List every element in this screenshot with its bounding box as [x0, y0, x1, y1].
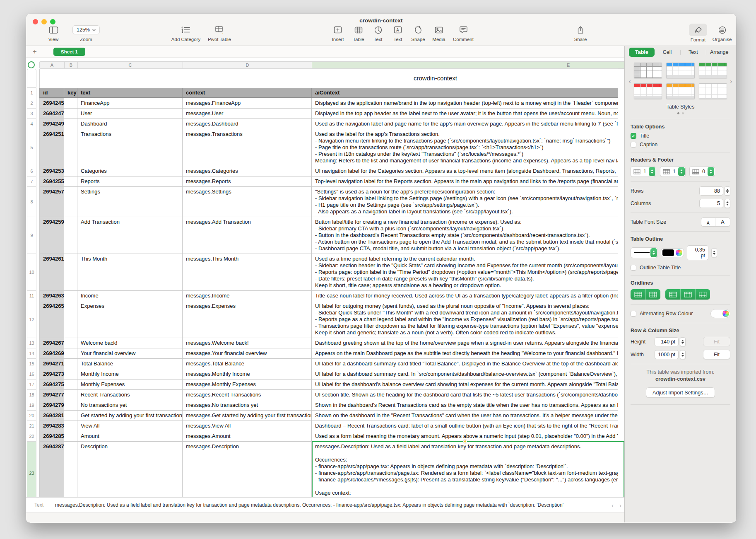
outline-table-title-checkbox[interactable]: [631, 265, 636, 271]
column-header-id[interactable]: id: [39, 88, 64, 98]
cell-context[interactable]: messages.Income: [183, 291, 312, 301]
view-button[interactable]: View: [35, 24, 72, 42]
cell-key[interactable]: [64, 119, 77, 129]
footer-rows-stepper[interactable]: 0: [689, 166, 715, 177]
color-wheel-icon[interactable]: [676, 249, 682, 256]
cell-text[interactable]: Reports: [77, 176, 183, 187]
cell-key[interactable]: [64, 301, 77, 338]
gridline-header-row-button[interactable]: [680, 289, 695, 300]
cell-id[interactable]: 2694283: [39, 421, 64, 431]
cell-id[interactable]: 2694273: [39, 369, 64, 379]
cell-id[interactable]: 2694271: [39, 359, 64, 369]
column-header-text[interactable]: text: [77, 88, 183, 98]
cell-text[interactable]: Recent Transactions: [77, 390, 183, 400]
gridline-header-column-button[interactable]: [665, 289, 680, 300]
cell-context[interactable]: messages.Expenses: [183, 301, 312, 338]
cell-id[interactable]: 2694255: [39, 176, 64, 187]
cell-text[interactable]: Your financial overview: [77, 348, 183, 359]
cell-id[interactable]: 2694265: [39, 301, 64, 338]
cell-text[interactable]: Get started by adding your first transac…: [77, 411, 183, 421]
cell-aicontext[interactable]: Used as a time period label referring to…: [312, 254, 618, 291]
column-header-context[interactable]: context: [183, 88, 312, 98]
cell-aicontext[interactable]: UI section title. Shown as the heading f…: [312, 390, 618, 400]
cell-aicontext[interactable]: Shown on the dashboard in the "Recent Tr…: [312, 411, 618, 421]
cell-text[interactable]: Amount: [77, 431, 183, 442]
cell-context[interactable]: messages.This Month: [183, 254, 312, 291]
cell-text[interactable]: Monthly Expenses: [77, 379, 183, 390]
tab-text[interactable]: Text: [681, 48, 706, 57]
cell-aicontext[interactable]: Used as the navigation label and page na…: [312, 119, 618, 129]
cell-text[interactable]: Dashboard: [77, 119, 183, 129]
cell-text[interactable]: View All: [77, 421, 183, 431]
width-fit-button[interactable]: Fit: [703, 350, 730, 359]
cell-context[interactable]: messages.Monthly Income: [183, 369, 312, 379]
stepper-icon[interactable]: [708, 167, 714, 176]
cell-key[interactable]: [64, 129, 77, 166]
add-category-button[interactable]: Add Category: [167, 24, 205, 42]
cell-key[interactable]: [64, 187, 77, 217]
gridline-horizontal-button[interactable]: [631, 289, 645, 300]
cell-id[interactable]: 2694267: [39, 338, 64, 348]
cell-text[interactable]: Categories: [77, 166, 183, 176]
cell-context[interactable]: messages.Welcome back!: [183, 338, 312, 348]
cell-aicontext[interactable]: Displayed as the application name/brand …: [312, 98, 618, 109]
cell-text[interactable]: Income: [77, 291, 183, 301]
cell-text[interactable]: Settings: [77, 187, 183, 217]
cell-text[interactable]: Add Transaction: [77, 217, 183, 254]
cell-key[interactable]: [64, 400, 77, 411]
status-next-icon[interactable]: ›: [616, 502, 624, 509]
title-checkbox-row[interactable]: ✓Title: [631, 133, 730, 139]
gridline-vertical-button[interactable]: [645, 289, 660, 300]
stepper-icon[interactable]: [678, 167, 685, 176]
organise-button[interactable]: Organise: [703, 24, 736, 42]
cell-context[interactable]: messages.FinanceApp: [183, 98, 312, 109]
cell-context[interactable]: messages.Settings: [183, 187, 312, 217]
add-sheet-button[interactable]: +: [30, 48, 39, 56]
cell-aicontext[interactable]: Button label/title for creating a new fi…: [312, 217, 618, 254]
column-header-e[interactable]: E: [312, 62, 624, 68]
cell-aicontext[interactable]: Shown in the dashboard's Recent Transact…: [312, 400, 618, 411]
cell-id[interactable]: 2694281: [39, 411, 64, 421]
cell-id[interactable]: 2694253: [39, 166, 64, 176]
cell-aicontext[interactable]: Displayed in the top app header as the l…: [312, 109, 618, 119]
cell-text[interactable]: No transactions yet: [77, 400, 183, 411]
alternating-row-colour-row[interactable]: Alternating Row Colour: [631, 309, 730, 318]
cell-aicontext[interactable]: Used as the label for the app's Transact…: [312, 129, 618, 166]
table-style-orange[interactable]: [666, 83, 694, 99]
column-header-b[interactable]: B: [65, 62, 78, 68]
cell-context[interactable]: messages.Recent Transactions: [183, 390, 312, 400]
outline-width-input[interactable]: 0,35 pt: [687, 245, 708, 260]
cell-context[interactable]: messages.Total Balance: [183, 359, 312, 369]
column-header-c[interactable]: C: [78, 62, 183, 68]
cell-aicontext[interactable]: Dashboard greeting shown at the top of t…: [312, 338, 618, 348]
share-button[interactable]: Share: [562, 24, 599, 42]
cell-aicontext[interactable]: Appears on the main Dashboard page as th…: [312, 348, 618, 359]
cell-key[interactable]: [64, 254, 77, 291]
column-header-key[interactable]: key: [64, 88, 77, 98]
cell-text[interactable]: Monthly Income: [77, 369, 183, 379]
stepper-icon[interactable]: [649, 167, 655, 176]
header-columns-stepper[interactable]: 1: [631, 166, 656, 177]
cell-key[interactable]: [64, 421, 77, 431]
cell-text[interactable]: Transactions: [77, 129, 183, 166]
cell-aicontext[interactable]: messages.Description: Used as a field la…: [312, 442, 618, 497]
cell-key[interactable]: [64, 217, 77, 254]
cell-key[interactable]: [64, 390, 77, 400]
cell-key[interactable]: [64, 379, 77, 390]
alternating-row-color-well[interactable]: [710, 309, 730, 318]
cell-id[interactable]: 2694261: [39, 254, 64, 291]
cell-aicontext[interactable]: UI label for a dashboard summary card. I…: [312, 369, 618, 379]
cell-key[interactable]: [64, 166, 77, 176]
cell-text[interactable]: Description: [77, 442, 183, 497]
column-header-aicontext[interactable]: aiContext: [312, 88, 618, 98]
cell-aicontext[interactable]: UI label for outgoing money (spent funds…: [312, 301, 618, 338]
table-style-blue[interactable]: [666, 63, 694, 78]
cell-aicontext[interactable]: Title-case noun label for money received…: [312, 291, 618, 301]
caption-checkbox[interactable]: [631, 142, 636, 147]
column-header-d[interactable]: D: [183, 62, 312, 68]
columns-stepper[interactable]: [725, 199, 730, 208]
cell-id[interactable]: 2694285: [39, 431, 64, 442]
cell-aicontext[interactable]: Top-level navigation label for the Repor…: [312, 176, 618, 187]
cell-id[interactable]: 2694259: [39, 217, 64, 254]
sheet-viewport[interactable]: crowdin-context1idkeytextcontextaiContex…: [26, 69, 624, 497]
